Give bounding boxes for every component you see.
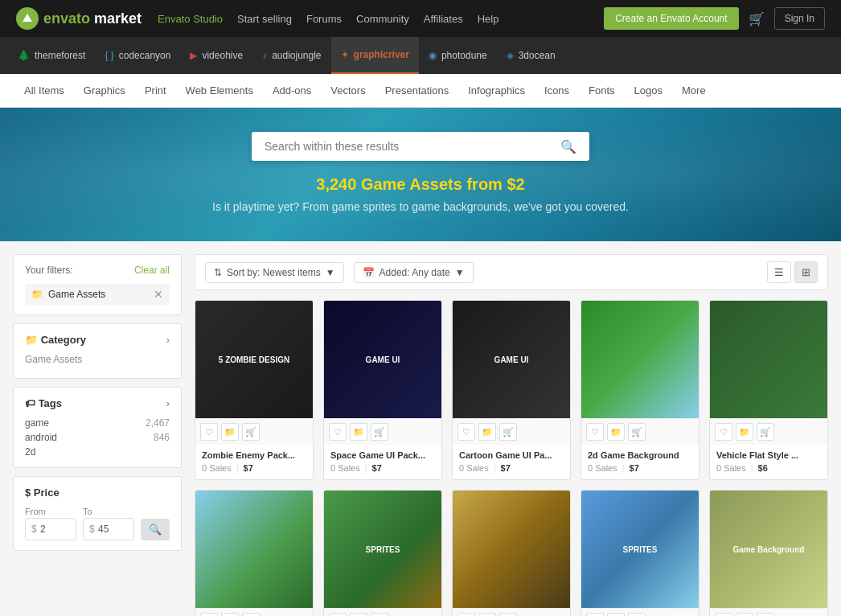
platform-graphicriver[interactable]: ✦ graphicriver [331, 37, 419, 74]
cart-icon[interactable]: 🛒 [242, 613, 260, 616]
product-card[interactable]: Game Background ♡ 📁 🛒 Snowy Pines Forest… [709, 490, 828, 616]
tags-section: 🏷 Tags › game 2,467 android 846 2d [13, 387, 182, 468]
nav-logos[interactable]: Logos [626, 74, 671, 107]
folder-icon[interactable]: 📁 [607, 423, 625, 441]
wishlist-icon[interactable]: ♡ [586, 423, 604, 441]
product-price: $6 [758, 463, 768, 473]
community-link[interactable]: Community [356, 13, 409, 25]
nav-web-elements[interactable]: Web Elements [178, 74, 261, 107]
product-actions: ♡ 📁 🛒 [581, 418, 699, 445]
help-link[interactable]: Help [478, 13, 499, 25]
folder-icon[interactable]: 📁 [350, 423, 367, 441]
nav-icons[interactable]: Icons [536, 74, 577, 107]
nav-vectors[interactable]: Vectors [322, 74, 373, 107]
cart-icon[interactable]: 🛒 [371, 613, 388, 616]
product-card[interactable]: ♡ 📁 🛒 2d Game Background 0 Sales | $7 [580, 300, 699, 480]
filter-header: Your filters: Clear all 📁 Game Assets ✕ [13, 254, 182, 315]
nav-fonts[interactable]: Fonts [580, 74, 623, 107]
wishlist-icon[interactable]: ♡ [329, 613, 347, 616]
platform-codecanyon[interactable]: { } codecanyon [95, 37, 180, 74]
tag-game[interactable]: game 2,467 [25, 417, 170, 429]
start-selling-link[interactable]: Start selling [237, 13, 292, 25]
nav-presentations[interactable]: Presentations [377, 74, 457, 107]
product-card[interactable]: ♡ 📁 🛒 Nature Game Backg... 0 Sales | $7 [195, 490, 314, 616]
category-section-title[interactable]: 📁 Category › [25, 334, 170, 346]
logo[interactable]: envato market [16, 7, 142, 30]
search-button[interactable]: 🔍 [556, 136, 581, 158]
wishlist-icon[interactable]: ♡ [457, 423, 475, 441]
product-card[interactable]: SPRITES ♡ 📁 🛒 2D Game Character ... 0 Sa… [580, 490, 699, 616]
sort-icon: ⇅ [214, 267, 222, 278]
top-nav-left: envato market Envato Studio Start sellin… [16, 7, 498, 30]
product-thumbnail-image: GAME UI [453, 301, 570, 418]
product-card[interactable]: GAME UI ♡ 📁 🛒 Cartoon Game UI Pa... 0 Sa… [452, 300, 571, 480]
product-meta: 0 Sales | $7 [202, 463, 306, 473]
price-to-wrap: $ [83, 518, 134, 540]
wishlist-icon[interactable]: ♡ [200, 613, 218, 616]
nav-all-items[interactable]: All Items [16, 74, 72, 107]
filter-tag-label: Game Assets [48, 289, 105, 300]
product-card[interactable]: ♡ 📁 🛒 Vehicle Flat Style ... 0 Sales | $… [709, 300, 828, 480]
product-thumb: Game Background [710, 491, 827, 608]
wishlist-icon[interactable]: ♡ [329, 423, 347, 441]
cart-icon[interactable]: 🛒 [757, 613, 774, 616]
folder-icon[interactable]: 📁 [221, 613, 239, 616]
price-search-button[interactable]: 🔍 [141, 519, 170, 540]
folder-icon[interactable]: 📁 [736, 423, 753, 441]
platform-audiojungle[interactable]: ♪ audiojungle [252, 37, 330, 74]
product-card[interactable]: SPRITES ♡ 📁 🛒 2D Game Character ... 1 Sa… [323, 490, 442, 616]
wishlist-icon[interactable]: ♡ [200, 423, 218, 441]
cart-icon[interactable]: 🛒 [757, 423, 774, 441]
platform-3docean[interactable]: ◈ 3docean [497, 37, 565, 74]
folder-icon[interactable]: 📁 [221, 423, 239, 441]
platform-themeforest[interactable]: 🌲 themeforest [8, 37, 95, 74]
cart-icon[interactable]: 🛒 [499, 423, 517, 441]
folder-icon[interactable]: 📁 [478, 613, 496, 616]
search-input[interactable] [260, 133, 556, 159]
nav-print[interactable]: Print [137, 74, 174, 107]
tag-android[interactable]: android 846 [25, 432, 170, 443]
wishlist-icon[interactable]: ♡ [715, 423, 732, 441]
platform-photodune[interactable]: ◉ photodune [419, 37, 497, 74]
nav-infographics[interactable]: Infographics [460, 74, 533, 107]
sort-select[interactable]: ⇅ Sort by: Newest items ▼ [205, 262, 344, 283]
grid-view-button[interactable]: ⊞ [794, 261, 818, 283]
date-select[interactable]: 📅 Added: Any date ▼ [354, 262, 474, 283]
remove-filter-icon[interactable]: ✕ [154, 288, 163, 301]
platform-videohive[interactable]: ▶ videohive [180, 37, 252, 74]
product-actions: ♡ 📁 🛒 [453, 608, 570, 616]
wishlist-icon[interactable]: ♡ [586, 613, 604, 616]
main-content: Your filters: Clear all 📁 Game Assets ✕ … [0, 241, 841, 616]
cart-icon[interactable]: 🛒 [242, 423, 260, 441]
cart-icon[interactable]: 🛒 [499, 613, 517, 616]
product-card[interactable]: 5 ZOMBIE DESIGN ♡ 📁 🛒 Zombie Enemy Pack.… [195, 300, 314, 480]
list-view-button[interactable]: ☰ [767, 261, 791, 283]
cart-icon[interactable]: 🛒 [628, 423, 646, 441]
tags-section-title[interactable]: 🏷 Tags › [25, 397, 170, 409]
nav-add-ons[interactable]: Add-ons [265, 74, 319, 107]
product-meta: 0 Sales | $7 [588, 463, 692, 473]
product-card[interactable]: ♡ 📁 🛒 Game Background 1 Sale | $8 [452, 490, 571, 616]
folder-icon[interactable]: 📁 [607, 613, 625, 616]
folder-icon[interactable]: 📁 [736, 613, 753, 616]
price-section-title[interactable]: $ Price [25, 487, 170, 499]
forums-link[interactable]: Forums [306, 13, 342, 25]
nav-more[interactable]: More [674, 74, 714, 107]
tag-2d[interactable]: 2d [25, 446, 170, 458]
signin-button[interactable]: Sign In [774, 7, 825, 30]
nav-graphics[interactable]: Graphics [76, 74, 133, 107]
cart-icon[interactable]: 🛒 [628, 613, 646, 616]
wishlist-icon[interactable]: ♡ [457, 613, 475, 616]
create-account-button[interactable]: Create an Envato Account [604, 7, 738, 30]
folder-icon[interactable]: 📁 [350, 613, 367, 616]
clear-all-link[interactable]: Clear all [134, 265, 170, 276]
cart-icon[interactable]: 🛒 [371, 423, 388, 441]
cart-icon[interactable]: 🛒 [749, 11, 765, 27]
studio-link[interactable]: Envato Studio [158, 13, 223, 25]
folder-icon[interactable]: 📁 [478, 423, 496, 441]
product-actions: ♡ 📁 🛒 [453, 418, 570, 445]
product-card[interactable]: GAME UI ♡ 📁 🛒 Space Game UI Pack... 0 Sa… [323, 300, 442, 480]
wishlist-icon[interactable]: ♡ [715, 613, 732, 616]
product-actions: ♡ 📁 🛒 [324, 418, 441, 445]
affiliates-link[interactable]: Affiliates [424, 13, 463, 25]
